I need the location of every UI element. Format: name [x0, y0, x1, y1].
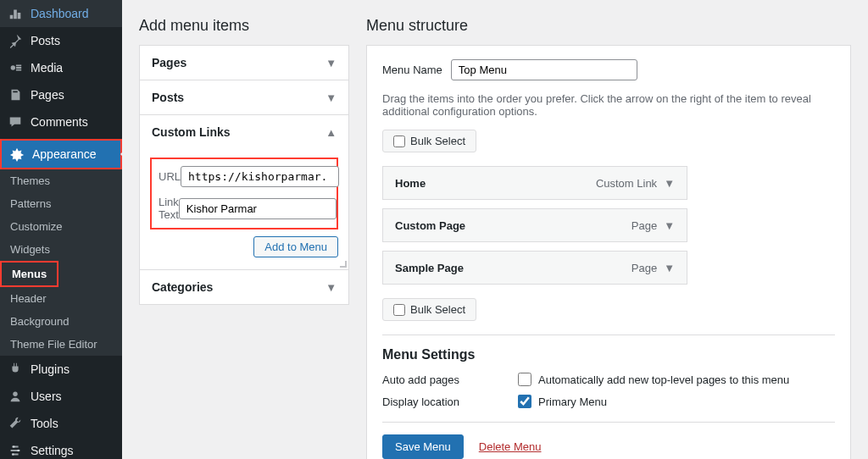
auto-add-row: Auto add pages Automatically add new top… — [382, 373, 835, 386]
tools-icon — [7, 416, 24, 431]
sidebar-item-tools[interactable]: Tools — [0, 410, 122, 437]
bulk-select-button[interactable]: Bulk Select — [382, 298, 476, 321]
menu-item-title: Sample Page — [395, 262, 464, 274]
bulk-select-label: Bulk Select — [410, 135, 465, 147]
accordion-label: Categories — [152, 280, 213, 294]
sidebar-item-posts[interactable]: Posts — [0, 27, 122, 54]
submenu-patterns[interactable]: Patterns — [0, 192, 122, 215]
bulk-select-top: Bulk Select — [382, 130, 835, 152]
menu-item-title: Home — [395, 177, 426, 190]
url-input[interactable] — [181, 166, 339, 187]
chevron-down-icon: ▼ — [326, 281, 337, 294]
submenu-header[interactable]: Header — [0, 287, 122, 310]
menu-structure-column: Menu structure Menu Name Drag the items … — [366, 17, 851, 442]
submenu-widgets[interactable]: Widgets — [0, 238, 122, 261]
sidebar-item-users[interactable]: Users — [0, 383, 122, 410]
plugins-icon — [7, 362, 24, 377]
highlight-box: URL Link Text — [150, 158, 338, 230]
accordion-header-custom-links[interactable]: Custom Links ▲ — [140, 115, 348, 149]
accordion-posts: Posts ▼ — [140, 80, 348, 115]
accordion-header-pages[interactable]: Pages ▼ — [140, 46, 348, 80]
menu-settings-section: Menu Settings Auto add pages Automatical… — [382, 335, 835, 408]
sidebar-item-label: Media — [31, 61, 63, 75]
sidebar-item-comments[interactable]: Comments — [0, 108, 122, 135]
menu-item-title: Custom Page — [395, 219, 465, 232]
sidebar-item-label: Tools — [31, 417, 58, 430]
sidebar-item-media[interactable]: Media — [0, 54, 122, 81]
display-location-row: Display location Primary Menu — [382, 395, 835, 408]
chevron-down-icon: ▼ — [326, 91, 337, 104]
submenu-background[interactable]: Background — [0, 310, 122, 333]
sidebar-item-label: Settings — [31, 444, 74, 457]
accordion-label: Pages — [152, 56, 186, 69]
chevron-down-icon: ▼ — [326, 57, 337, 69]
appearance-submenu: Themes Patterns Customize Widgets Menus … — [0, 169, 122, 356]
accordion-pages: Pages ▼ — [140, 46, 348, 80]
menu-items-list: Home Custom Link ▼ Custom Page Page ▼ Sa… — [382, 166, 835, 285]
sidebar-item-pages[interactable]: Pages — [0, 81, 122, 108]
users-icon — [7, 389, 24, 404]
bulk-select-checkbox[interactable] — [393, 304, 405, 316]
display-checkbox-label[interactable]: Primary Menu — [518, 395, 607, 408]
auto-add-checkbox-label[interactable]: Automatically add new top-level pages to… — [518, 373, 789, 386]
accordion-header-categories[interactable]: Categories ▼ — [140, 270, 348, 304]
sidebar-item-label: Posts — [31, 34, 60, 47]
sidebar-item-label: Users — [31, 390, 62, 403]
sidebar-item-label: Dashboard — [31, 7, 89, 20]
add-menu-heading: Add menu items — [139, 17, 349, 35]
link-text-row: Link Text — [159, 196, 330, 221]
menu-item-custom-page[interactable]: Custom Page Page ▼ — [382, 208, 687, 242]
auto-add-checkbox[interactable] — [518, 373, 531, 386]
resize-handle[interactable] — [338, 259, 347, 268]
auto-add-text: Automatically add new top-level pages to… — [538, 373, 789, 386]
add-menu-items-column: Add menu items Pages ▼ Posts ▼ Custom Li… — [139, 17, 349, 442]
add-to-menu-row: Add to Menu — [150, 236, 338, 257]
menu-item-sample-page[interactable]: Sample Page Page ▼ — [382, 251, 687, 285]
menu-item-type: Custom Link ▼ — [596, 177, 675, 190]
custom-links-body: URL Link Text Add to Menu — [140, 149, 348, 269]
menu-name-input[interactable] — [451, 59, 637, 80]
menu-item-type: Page ▼ — [632, 219, 675, 232]
chevron-down-icon[interactable]: ▼ — [664, 219, 675, 232]
submenu-themes[interactable]: Themes — [0, 169, 122, 192]
submenu-customize[interactable]: Customize — [0, 215, 122, 238]
pin-icon — [7, 33, 24, 48]
chevron-up-icon: ▲ — [326, 126, 337, 139]
sidebar-item-label: Plugins — [31, 362, 70, 376]
sidebar-item-plugins[interactable]: Plugins — [0, 356, 122, 383]
menu-item-home[interactable]: Home Custom Link ▼ — [382, 166, 687, 200]
sidebar-item-appearance[interactable]: Appearance — [0, 139, 122, 169]
admin-sidebar: Dashboard Posts Media Pages Comments App… — [0, 0, 122, 459]
settings-icon — [7, 443, 24, 458]
accordion-header-posts[interactable]: Posts ▼ — [140, 80, 348, 114]
chevron-down-icon[interactable]: ▼ — [664, 177, 675, 190]
appearance-icon — [8, 147, 25, 162]
sidebar-item-dashboard[interactable]: Dashboard — [0, 0, 122, 27]
bulk-select-checkbox[interactable] — [393, 135, 405, 147]
display-text: Primary Menu — [538, 395, 607, 408]
chevron-down-icon[interactable]: ▼ — [664, 262, 675, 274]
save-menu-button[interactable]: Save Menu — [382, 434, 464, 459]
accordion-label: Posts — [152, 91, 184, 104]
help-text: Drag the items into the order you prefer… — [382, 92, 835, 118]
bulk-select-button[interactable]: Bulk Select — [382, 130, 476, 152]
accordion-custom-links: Custom Links ▲ URL Link Text — [140, 115, 348, 270]
submenu-menus[interactable]: Menus — [0, 261, 58, 287]
pages-icon — [7, 87, 24, 102]
menu-settings-heading: Menu Settings — [382, 347, 835, 362]
comments-icon — [7, 114, 24, 130]
svg-point-2 — [13, 445, 15, 448]
sidebar-item-label: Appearance — [32, 147, 97, 161]
accordion-label: Custom Links — [152, 125, 231, 139]
menu-item-type: Page ▼ — [632, 262, 675, 274]
sidebar-item-settings[interactable]: Settings — [0, 437, 122, 459]
display-checkbox[interactable] — [518, 395, 531, 408]
add-to-menu-button[interactable]: Add to Menu — [253, 236, 338, 257]
media-icon — [7, 60, 24, 75]
link-text-input[interactable] — [179, 198, 337, 219]
accordion-categories: Categories ▼ — [140, 270, 348, 304]
structure-heading: Menu structure — [366, 17, 851, 35]
submenu-theme-file-editor[interactable]: Theme File Editor — [0, 333, 122, 356]
delete-menu-link[interactable]: Delete Menu — [479, 440, 542, 453]
footer-actions: Save Menu Delete Menu — [382, 422, 835, 459]
